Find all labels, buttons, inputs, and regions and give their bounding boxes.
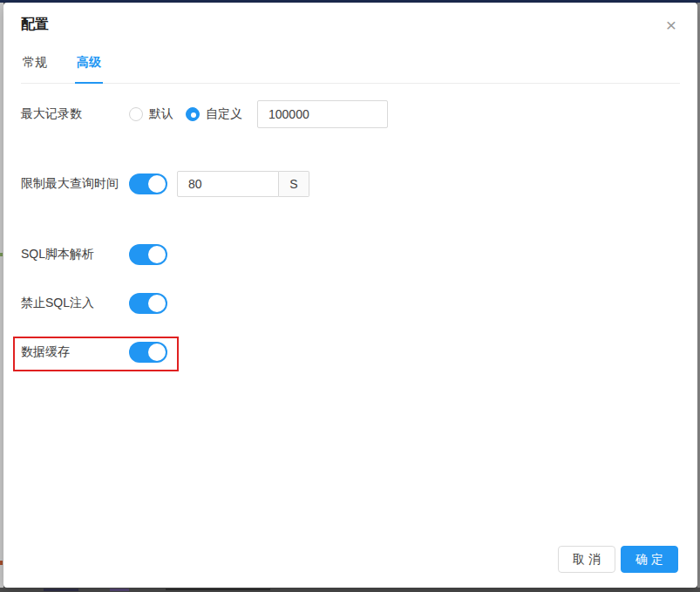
toggle-knob <box>148 295 166 312</box>
query-time-input-group: S <box>177 171 309 197</box>
toggle-knob <box>148 246 166 263</box>
toggle-knob <box>148 175 166 193</box>
max-records-input[interactable] <box>257 100 388 128</box>
forbid-sql-injection-toggle[interactable] <box>129 293 167 314</box>
confirm-button[interactable]: 确定 <box>621 546 678 573</box>
background-fragment <box>166 589 270 590</box>
row-forbid-sql-injection: 禁止SQL注入 <box>21 291 167 316</box>
background-fragment <box>110 589 129 591</box>
row-max-records: 最大记录数 默认 自定义 <box>21 100 388 128</box>
radio-custom-label: 自定义 <box>206 106 242 122</box>
config-dialog: 配置 × 常规 高级 最大记录数 默认 自定义 限制最大查询时间 S <box>3 3 697 588</box>
seconds-unit-addon: S <box>279 171 309 197</box>
sql-script-parse-label: SQL脚本解析 <box>21 247 129 262</box>
cancel-button[interactable]: 取消 <box>558 546 615 573</box>
query-time-limit-toggle[interactable] <box>129 174 167 194</box>
background-page-bottom-edge <box>0 588 700 592</box>
toggle-knob <box>148 344 166 361</box>
tab-advanced[interactable]: 高级 <box>75 52 103 84</box>
forbid-sql-injection-label: 禁止SQL注入 <box>21 296 129 311</box>
tab-bar: 常规 高级 <box>21 52 680 84</box>
radio-custom[interactable]: 自定义 <box>186 106 242 122</box>
max-records-radio-group: 默认 自定义 <box>129 106 242 122</box>
background-fragment <box>44 589 78 591</box>
background-fragment <box>0 561 3 565</box>
close-icon[interactable]: × <box>661 15 682 36</box>
query-time-input[interactable] <box>177 171 279 197</box>
dialog-footer: 取消 确定 <box>558 546 678 573</box>
sql-script-parse-toggle[interactable] <box>129 244 167 265</box>
data-cache-label: 数据缓存 <box>21 344 129 360</box>
radio-default[interactable]: 默认 <box>129 106 173 122</box>
dialog-title: 配置 <box>21 16 49 34</box>
row-data-cache: 数据缓存 <box>21 340 167 364</box>
max-records-label: 最大记录数 <box>21 106 129 122</box>
row-query-time-limit: 限制最大查询时间 S <box>21 170 309 198</box>
query-time-limit-label: 限制最大查询时间 <box>21 176 129 192</box>
background-fragment <box>0 253 3 256</box>
row-sql-script-parse: SQL脚本解析 <box>21 242 167 267</box>
data-cache-toggle[interactable] <box>129 342 167 363</box>
radio-default-label: 默认 <box>149 106 173 122</box>
tab-general[interactable]: 常规 <box>21 52 49 83</box>
radio-custom-circle[interactable] <box>186 107 200 121</box>
radio-default-circle[interactable] <box>129 107 143 121</box>
